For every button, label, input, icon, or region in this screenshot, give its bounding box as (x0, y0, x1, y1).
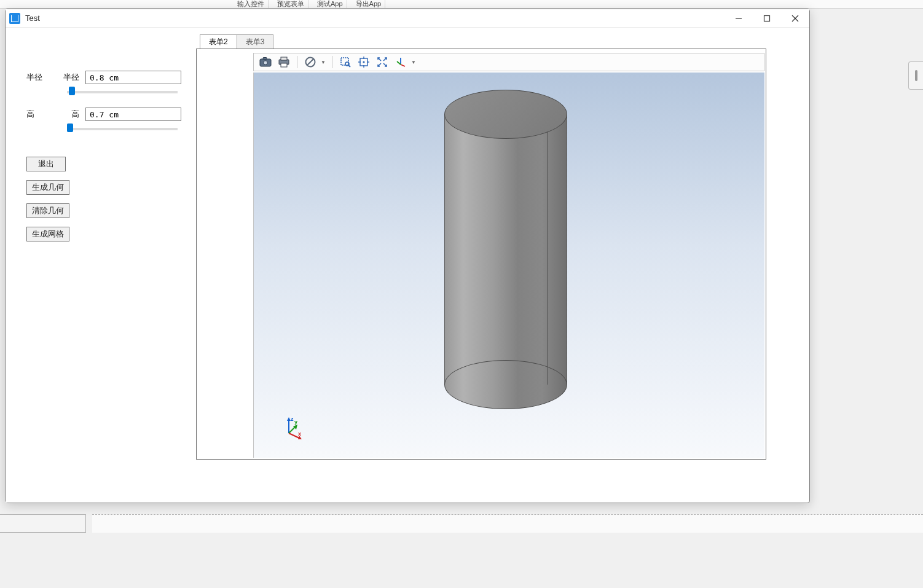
orientation-axes-icon[interactable] (393, 55, 409, 69)
param-radius: 半径 半径 (26, 71, 181, 95)
height-input[interactable] (85, 108, 181, 121)
display-toggle-dropdown[interactable]: ▼ (320, 57, 327, 68)
toolbar-separator (297, 56, 297, 68)
cylinder-geometry[interactable] (444, 90, 567, 403)
ribbon-input-controls[interactable]: 输入控件 (234, 0, 269, 8)
svg-line-11 (307, 59, 313, 65)
close-button[interactable] (781, 9, 809, 27)
lower-panel-right[interactable] (92, 514, 923, 533)
tab-form3[interactable]: 表单3 (237, 34, 274, 49)
generate-geometry-button[interactable]: 生成几何 (26, 180, 69, 195)
window-title: Test (25, 14, 40, 23)
height-inner-label: 高 (71, 109, 79, 120)
axis-z-label: z (291, 416, 294, 422)
view-tabs: 表单2 表单3 (196, 34, 809, 49)
axis-x-label: x (298, 431, 301, 437)
svg-point-20 (363, 61, 364, 63)
side-panel: 半径 半径 高 高 退出 生成几何 (6, 28, 196, 503)
ribbon-preview-form[interactable]: 预览表单 (273, 0, 308, 8)
lower-panel-left[interactable] (0, 514, 86, 533)
toolbar-separator (332, 56, 332, 68)
app-icon (9, 13, 20, 24)
clear-geometry-button[interactable]: 清除几何 (26, 203, 69, 218)
ribbon-test-app[interactable]: 测试App (313, 0, 347, 8)
svg-line-26 (401, 65, 405, 66)
svg-point-6 (264, 61, 267, 65)
screenshot-icon[interactable] (257, 55, 273, 69)
axis-triad-icon: z x y (280, 416, 304, 441)
minimize-button[interactable] (725, 9, 753, 27)
radius-outer-label: 半径 (26, 72, 53, 83)
graphics-toolbar: ▼ (253, 53, 764, 71)
app-window: Test 半径 半径 (5, 9, 810, 503)
viewport-frame: ▼ (196, 49, 766, 460)
ribbon-export-app[interactable]: 导出App (352, 0, 386, 8)
svg-rect-8 (281, 57, 287, 60)
exit-button[interactable]: 退出 (26, 157, 66, 171)
svg-line-27 (397, 61, 401, 65)
radius-inner-label: 半径 (63, 72, 79, 83)
display-toggle-icon[interactable] (302, 55, 318, 69)
radius-slider[interactable] (67, 91, 178, 93)
action-buttons: 退出 生成几何 清除几何 生成网格 (26, 157, 181, 241)
generate-mesh-button[interactable]: 生成网格 (26, 227, 69, 241)
axis-y-label: y (294, 419, 297, 425)
graphics-canvas[interactable]: z x y (253, 73, 764, 458)
main-panel: 表单2 表单3 (196, 28, 809, 503)
svg-rect-9 (281, 63, 287, 67)
radius-input[interactable] (85, 71, 181, 84)
zoom-center-icon[interactable] (356, 55, 372, 69)
svg-rect-12 (341, 58, 348, 65)
param-height: 高 高 (26, 108, 181, 132)
svg-line-14 (348, 65, 350, 67)
titlebar[interactable]: Test (6, 9, 809, 28)
orientation-dropdown[interactable]: ▼ (410, 57, 417, 68)
height-slider[interactable] (67, 128, 178, 130)
side-tab-handle[interactable] (908, 61, 923, 90)
zoom-box-icon[interactable] (337, 55, 353, 69)
tab-form2[interactable]: 表单2 (200, 34, 237, 49)
parent-ribbon: 输入控件 预览表单 测试App 导出App (0, 0, 923, 9)
svg-rect-5 (263, 58, 267, 60)
zoom-extents-icon[interactable] (374, 55, 390, 69)
maximize-button[interactable] (753, 9, 781, 27)
print-icon[interactable] (276, 55, 292, 69)
window-controls (725, 9, 809, 27)
height-outer-label: 高 (26, 109, 53, 120)
svg-rect-1 (764, 15, 770, 21)
